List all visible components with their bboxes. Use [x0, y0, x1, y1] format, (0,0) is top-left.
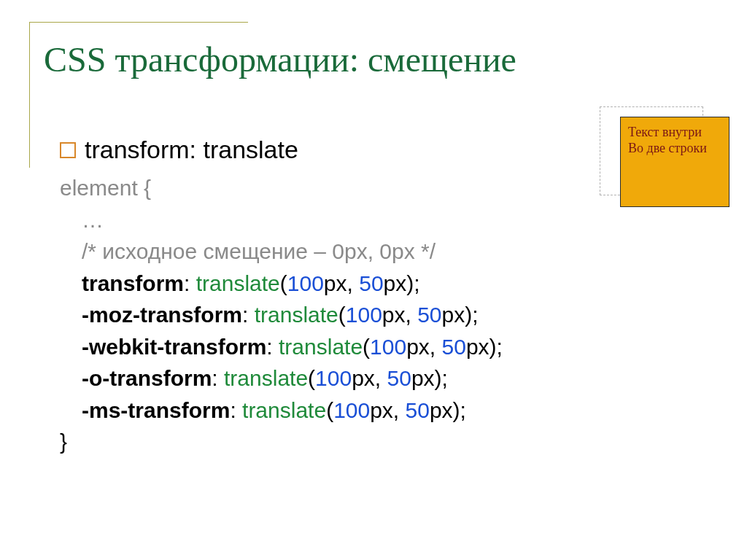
slide: CSS трансформации: смещение transform: t… [0, 0, 747, 560]
prop-unit-a: px, [382, 303, 417, 327]
code-block: element { … /* исходное смещение – 0px, … [60, 172, 503, 458]
prop-val-a: 100 [370, 335, 406, 359]
prop-fn: translate [224, 366, 308, 390]
prop-unit-a: px, [370, 398, 405, 422]
code-prop: -ms-transform: translate(100px, 50px); [60, 394, 503, 427]
code-prop: -moz-transform: translate(100px, 50px); [60, 299, 503, 331]
prop-fn: translate [242, 398, 326, 422]
prop-name: -moz-transform [82, 303, 242, 327]
prop-unit-a: px, [324, 271, 359, 295]
prop-val-b: 50 [387, 366, 411, 390]
demo-illustration: Текст внутри Во две строки [600, 106, 703, 195]
slide-title: CSS трансформации: смещение [44, 39, 516, 79]
prop-unit-b: px); [430, 398, 466, 422]
prop-name: -webkit-transform [82, 335, 266, 359]
code-selector: element { [60, 172, 503, 204]
prop-unit-b: px); [442, 303, 479, 327]
demo-text-line1: Текст внутри [628, 125, 721, 141]
prop-val-b: 50 [417, 303, 441, 327]
code-ellipsis: … [60, 204, 503, 236]
code-comment: /* исходное смещение – 0px, 0px */ [60, 236, 503, 268]
prop-fn: translate [255, 303, 338, 327]
prop-unit-b: px); [384, 271, 420, 295]
prop-val-b: 50 [442, 335, 466, 359]
bullet-item: transform: translate [60, 136, 298, 164]
title-rule-vertical [29, 22, 30, 168]
code-prop: -webkit-transform: translate(100px, 50px… [60, 331, 503, 363]
prop-val-b: 50 [359, 271, 383, 295]
prop-unit-b: px); [411, 366, 448, 390]
prop-name: -ms-transform [82, 398, 230, 422]
prop-unit-a: px, [352, 366, 387, 390]
title-rule-horizontal [29, 22, 248, 23]
prop-name: -o-transform [82, 366, 212, 390]
prop-fn: translate [196, 271, 280, 295]
code-prop: transform: translate(100px, 50px); [60, 268, 503, 300]
square-bullet-icon [60, 142, 76, 158]
bullet-text: transform: translate [85, 136, 298, 164]
prop-unit-a: px, [406, 335, 441, 359]
prop-name: transform [82, 271, 184, 295]
prop-val-a: 100 [287, 271, 324, 295]
prop-unit-b: px); [466, 335, 503, 359]
code-prop: -o-transform: translate(100px, 50px); [60, 362, 503, 394]
code-close: } [60, 426, 503, 458]
prop-val-b: 50 [406, 398, 430, 422]
demo-translated-box: Текст внутри Во две строки [620, 117, 729, 207]
prop-fn: translate [279, 335, 363, 359]
prop-val-a: 100 [346, 303, 382, 327]
prop-val-a: 100 [315, 366, 352, 390]
prop-val-a: 100 [333, 398, 370, 422]
demo-text-line2: Во две строки [628, 141, 721, 157]
